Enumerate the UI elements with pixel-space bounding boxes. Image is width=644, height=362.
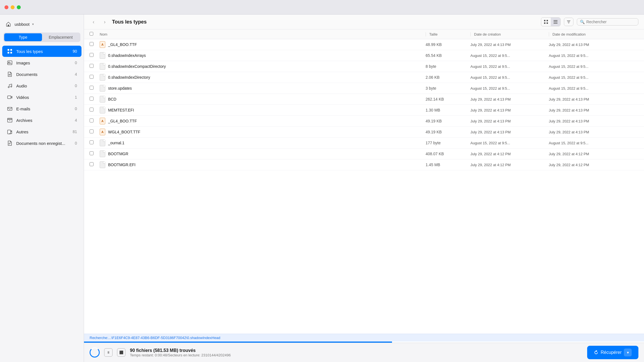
row-created: July 29, 2022 at 4:13 PM bbox=[470, 97, 549, 101]
row-checkbox[interactable] bbox=[90, 162, 94, 166]
forward-button[interactable]: › bbox=[101, 18, 109, 26]
other-icon bbox=[7, 129, 13, 135]
row-modified: July 29, 2022 at 4:13 PM bbox=[549, 130, 638, 134]
mail-icon bbox=[7, 106, 13, 112]
row-created: July 29, 2022 at 4:13 PM bbox=[470, 119, 549, 123]
back-button[interactable]: ‹ bbox=[90, 18, 97, 26]
sidebar-item-emails-label: E-mails bbox=[16, 106, 71, 111]
row-checkbox-wrap bbox=[90, 75, 100, 80]
sidebar-item-autres-count: 81 bbox=[73, 129, 77, 134]
sidebar-item-documents-count: 4 bbox=[75, 72, 77, 76]
sidebar-item-images[interactable]: Images 0 bbox=[2, 57, 81, 68]
row-size: 262.14 KB bbox=[426, 97, 470, 101]
row-modified: August 15, 2022 at 9:5... bbox=[549, 54, 638, 58]
maximize-button[interactable] bbox=[17, 5, 21, 9]
sidebar-tabs: Type Emplacement bbox=[3, 33, 80, 42]
close-button[interactable] bbox=[4, 5, 8, 9]
list-view-button[interactable] bbox=[551, 18, 560, 26]
sidebar-item-all-count: 90 bbox=[73, 49, 77, 54]
sidebar-device[interactable]: usbboot ▾ bbox=[0, 18, 84, 33]
recover-chevron-icon[interactable]: ▾ bbox=[624, 349, 632, 356]
row-name: A _GL4_BOO.TTF bbox=[100, 118, 426, 124]
row-filename: BCD bbox=[108, 97, 116, 101]
device-chevron-icon: ▾ bbox=[32, 22, 34, 26]
sidebar-item-noname[interactable]: Documents non enregist... 0 bbox=[2, 138, 81, 149]
row-size: 3 byte bbox=[426, 86, 470, 90]
sidebar-item-documents-label: Documents bbox=[16, 72, 71, 77]
table-row: A WGL4_BOOT.TTF 49.19 KB July 29, 2022 a… bbox=[84, 127, 644, 138]
sidebar-item-audio[interactable]: Audio 0 bbox=[2, 80, 81, 91]
row-checkbox[interactable] bbox=[90, 86, 94, 90]
row-checkbox[interactable] bbox=[90, 129, 94, 133]
sidebar-item-archives[interactable]: Archives 4 bbox=[2, 115, 81, 126]
row-created: August 15, 2022 at 9:5... bbox=[470, 86, 549, 90]
statusbar: ⏸ ⬛ 90 fichiers (581.53 MB) trouvés Temp… bbox=[84, 343, 644, 362]
video-icon bbox=[7, 94, 13, 100]
row-checkbox[interactable] bbox=[90, 42, 94, 46]
pause-button[interactable]: ⏸ bbox=[104, 348, 113, 357]
svg-rect-12 bbox=[8, 107, 12, 110]
row-name: BOOTMGR.EFI bbox=[100, 161, 426, 168]
sidebar-item-videos-count: 1 bbox=[75, 95, 77, 99]
row-checkbox-wrap bbox=[90, 108, 100, 113]
titlebar bbox=[0, 0, 644, 15]
sidebar-item-audio-label: Audio bbox=[16, 83, 71, 88]
recover-button[interactable]: Récupérer ▾ bbox=[587, 346, 638, 359]
row-filename: 0.shadowIndexCompactDirectory bbox=[108, 64, 166, 69]
row-size: 49.19 KB bbox=[426, 119, 470, 123]
sidebar-item-all-label: Tous les types bbox=[16, 49, 69, 54]
device-label: usbboot bbox=[15, 22, 29, 27]
select-all-checkbox[interactable] bbox=[90, 32, 93, 36]
svg-rect-23 bbox=[554, 20, 557, 21]
row-filename: _ournal.1 bbox=[108, 141, 124, 145]
svg-point-9 bbox=[8, 87, 9, 88]
row-size: 49.19 KB bbox=[426, 130, 470, 134]
sidebar-item-videos[interactable]: Vidéos 1 bbox=[2, 92, 81, 103]
table-row: A _GL4_BOO.TTF 49.19 KB July 29, 2022 at… bbox=[84, 116, 644, 127]
sidebar-item-autres-label: Autres bbox=[16, 129, 69, 134]
row-modified: July 29, 2022 at 4:13 PM bbox=[549, 119, 638, 123]
svg-rect-16 bbox=[8, 130, 11, 134]
row-checkbox[interactable] bbox=[90, 53, 94, 57]
row-checkbox[interactable] bbox=[90, 140, 94, 144]
app-body: usbboot ▾ Type Emplacement Tous les type… bbox=[0, 15, 644, 362]
row-checkbox[interactable] bbox=[90, 151, 94, 155]
svg-point-10 bbox=[11, 86, 12, 87]
sidebar-item-all[interactable]: Tous les types 90 bbox=[2, 46, 81, 57]
sidebar-item-audio-count: 0 bbox=[75, 83, 77, 88]
row-name: 0.shadowIndexArrays bbox=[100, 52, 426, 59]
sidebar-item-autres[interactable]: Autres 81 bbox=[2, 126, 81, 137]
generic-file-icon bbox=[100, 140, 105, 146]
row-checkbox[interactable] bbox=[90, 108, 94, 112]
row-modified: August 15, 2022 at 9:5... bbox=[549, 64, 638, 69]
row-size: 48.99 KB bbox=[426, 42, 470, 47]
tab-emplacement[interactable]: Emplacement bbox=[42, 33, 80, 41]
sidebar-item-emails[interactable]: E-mails 0 bbox=[2, 103, 81, 114]
row-checkbox-wrap bbox=[90, 119, 100, 124]
main-content: ‹ › Tous les types bbox=[84, 15, 644, 362]
search-input[interactable] bbox=[586, 20, 635, 24]
minimize-button[interactable] bbox=[11, 5, 15, 9]
svg-rect-25 bbox=[554, 23, 557, 24]
row-filename: WGL4_BOOT.TTF bbox=[108, 130, 140, 134]
grid-view-button[interactable] bbox=[541, 18, 551, 26]
sidebar-item-documents[interactable]: Documents 4 bbox=[2, 69, 81, 80]
stop-button[interactable]: ⬛ bbox=[117, 348, 125, 357]
svg-rect-2 bbox=[10, 49, 12, 51]
row-checkbox[interactable] bbox=[90, 119, 94, 122]
table-header: Nom Taille Date de création Date de modi… bbox=[84, 29, 644, 39]
row-checkbox-wrap bbox=[90, 162, 100, 167]
row-filename: BOOTMGR.EFI bbox=[108, 163, 136, 167]
row-checkbox[interactable] bbox=[90, 64, 94, 68]
row-checkbox[interactable] bbox=[90, 97, 94, 101]
row-name: BOOTMGR bbox=[100, 150, 426, 157]
filter-button[interactable] bbox=[564, 18, 573, 26]
sidebar-item-noname-label: Documents non enregist... bbox=[16, 141, 71, 146]
generic-file-icon bbox=[100, 52, 105, 59]
tab-type[interactable]: Type bbox=[4, 33, 42, 41]
row-size: 408.07 KB bbox=[426, 152, 470, 156]
status-main: 90 fichiers (581.53 MB) trouvés bbox=[130, 348, 583, 353]
status-sub: Temps restant: 0:00:48/Secteurs en lectu… bbox=[130, 353, 583, 357]
row-checkbox[interactable] bbox=[90, 75, 94, 79]
search-box: 🔍 bbox=[577, 18, 638, 25]
